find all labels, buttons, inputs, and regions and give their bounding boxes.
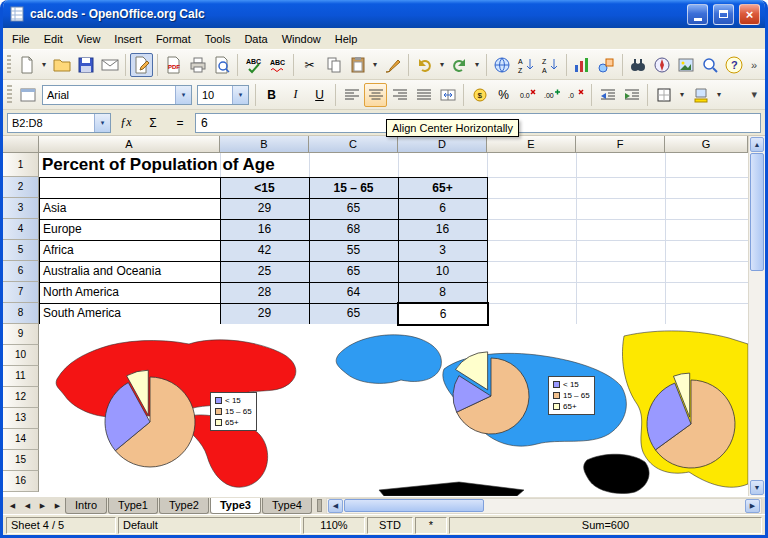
row-header-13[interactable]: 13 [3, 408, 39, 429]
status-sheet-position[interactable]: Sheet 4 / 5 [6, 517, 116, 534]
menu-file[interactable]: File [5, 31, 37, 47]
vertical-scrollbar[interactable]: ▲ ▼ [748, 136, 765, 496]
cell-B3[interactable]: 29 [220, 198, 310, 220]
row-header-5[interactable]: 5 [3, 240, 39, 261]
hyperlink-button[interactable] [491, 53, 514, 77]
title-bar[interactable]: calc.ods - OpenOffice.org Calc × [3, 0, 765, 28]
column-header-C[interactable]: C [309, 136, 398, 153]
row-header-1[interactable]: 1 [3, 153, 39, 177]
cell-B4[interactable]: 16 [220, 219, 310, 241]
paste-dropdown-arrow[interactable]: ▾ [370, 53, 380, 77]
select-all-corner[interactable] [3, 136, 39, 153]
menu-help[interactable]: Help [328, 31, 365, 47]
borders-dropdown-arrow[interactable]: ▾ [676, 83, 688, 107]
name-box[interactable]: B2:D8 ▾ [7, 113, 111, 133]
cell-B6[interactable]: 25 [220, 261, 310, 283]
cell-C6[interactable]: 65 [309, 261, 399, 283]
map-chart-object[interactable]: < 15 15 – 65 65+ < 15 15 – 65 65+ [39, 324, 748, 496]
app-icon[interactable] [9, 6, 25, 22]
currency-format-button[interactable]: $ [468, 83, 491, 107]
function-wizard-button[interactable]: ƒx [114, 111, 138, 135]
cell-A8[interactable]: South America [39, 303, 221, 325]
cell-C4[interactable]: 68 [309, 219, 399, 241]
new-dropdown-arrow[interactable]: ▾ [39, 53, 49, 77]
column-header-A[interactable]: A [39, 136, 220, 153]
row-header-4[interactable]: 4 [3, 219, 39, 240]
sheet-tab-type3[interactable]: Type3 [210, 498, 261, 514]
navigator-button[interactable] [651, 53, 674, 77]
align-center-button[interactable] [364, 83, 387, 107]
percent-format-button[interactable]: % [492, 83, 515, 107]
column-header-E[interactable]: E [487, 136, 576, 153]
menu-tools[interactable]: Tools [198, 31, 238, 47]
cell-A4[interactable]: Europe [39, 219, 221, 241]
cell-D2[interactable]: 65+ [398, 177, 488, 199]
paste-button[interactable] [346, 53, 369, 77]
vertical-scroll-track[interactable] [749, 271, 765, 479]
chevron-down-icon[interactable]: ▾ [94, 114, 110, 132]
close-button[interactable]: × [739, 4, 760, 25]
status-page-style[interactable]: Default [118, 517, 301, 534]
copy-button[interactable] [322, 53, 345, 77]
edit-file-button[interactable] [130, 53, 153, 77]
row-header-10[interactable]: 10 [3, 345, 39, 366]
cell-A5[interactable]: Africa [39, 240, 221, 262]
sheet-tab-type2[interactable]: Type2 [159, 498, 209, 514]
styles-button[interactable] [16, 83, 39, 107]
row-header-2[interactable]: 2 [3, 177, 39, 198]
format-paintbrush-button[interactable] [381, 53, 404, 77]
font-name-combo[interactable]: Arial ▾ [42, 85, 192, 105]
find-replace-button[interactable] [627, 53, 650, 77]
underline-button[interactable]: U [308, 83, 331, 107]
cell-A6[interactable]: Australia and Oceania [39, 261, 221, 283]
column-header-G[interactable]: G [665, 136, 748, 153]
cell-A2[interactable] [39, 177, 221, 199]
cell-C5[interactable]: 55 [309, 240, 399, 262]
help-button[interactable]: ? [723, 53, 746, 77]
first-sheet-button[interactable]: ◀ [5, 499, 20, 513]
maximize-button[interactable] [713, 4, 734, 25]
new-document-button[interactable] [15, 53, 38, 77]
cells-area[interactable]: Percent of Population of Age <15 15 – 65… [39, 153, 748, 496]
last-sheet-button[interactable]: ▶ [50, 499, 65, 513]
cell-D6[interactable]: 10 [398, 261, 488, 283]
menu-data[interactable]: Data [237, 31, 274, 47]
align-left-button[interactable] [340, 83, 363, 107]
save-button[interactable] [74, 53, 97, 77]
menu-insert[interactable]: Insert [107, 31, 149, 47]
cell-A1-title[interactable]: Percent of Population of Age [42, 153, 275, 177]
cell-B8[interactable]: 29 [220, 303, 310, 325]
chevron-down-icon[interactable]: ▾ [175, 86, 191, 104]
draw-functions-button[interactable] [595, 53, 618, 77]
vertical-scroll-thumb[interactable] [750, 153, 764, 271]
merge-cells-button[interactable] [436, 83, 459, 107]
open-button[interactable] [50, 53, 73, 77]
cell-D3[interactable]: 6 [398, 198, 488, 220]
scroll-right-button[interactable]: ▶ [745, 499, 760, 513]
standard-format-button[interactable]: 0.0 [516, 83, 539, 107]
print-button[interactable] [186, 53, 209, 77]
row-header-14[interactable]: 14 [3, 429, 39, 450]
sheet-tab-type1[interactable]: Type1 [108, 498, 158, 514]
menu-format[interactable]: Format [149, 31, 198, 47]
next-sheet-button[interactable]: ▶ [35, 499, 50, 513]
tab-splitter-handle[interactable] [317, 499, 322, 512]
cell-C3[interactable]: 65 [309, 198, 399, 220]
gallery-button[interactable] [675, 53, 698, 77]
previous-sheet-button[interactable]: ◀ [20, 499, 35, 513]
row-header-11[interactable]: 11 [3, 366, 39, 387]
cell-C7[interactable]: 64 [309, 282, 399, 304]
delete-decimal-button[interactable]: .0 [564, 83, 587, 107]
cell-A7[interactable]: North America [39, 282, 221, 304]
increase-indent-button[interactable] [620, 83, 643, 107]
formula-button[interactable]: = [168, 111, 192, 135]
cell-D4[interactable]: 16 [398, 219, 488, 241]
menu-view[interactable]: View [70, 31, 108, 47]
page-preview-button[interactable] [210, 53, 233, 77]
horizontal-scroll-thumb[interactable] [344, 499, 484, 512]
add-decimal-button[interactable]: .00 [540, 83, 563, 107]
undo-button[interactable] [413, 53, 436, 77]
column-header-F[interactable]: F [576, 136, 665, 153]
row-header-9[interactable]: 9 [3, 324, 39, 345]
column-header-D[interactable]: D [398, 136, 487, 153]
